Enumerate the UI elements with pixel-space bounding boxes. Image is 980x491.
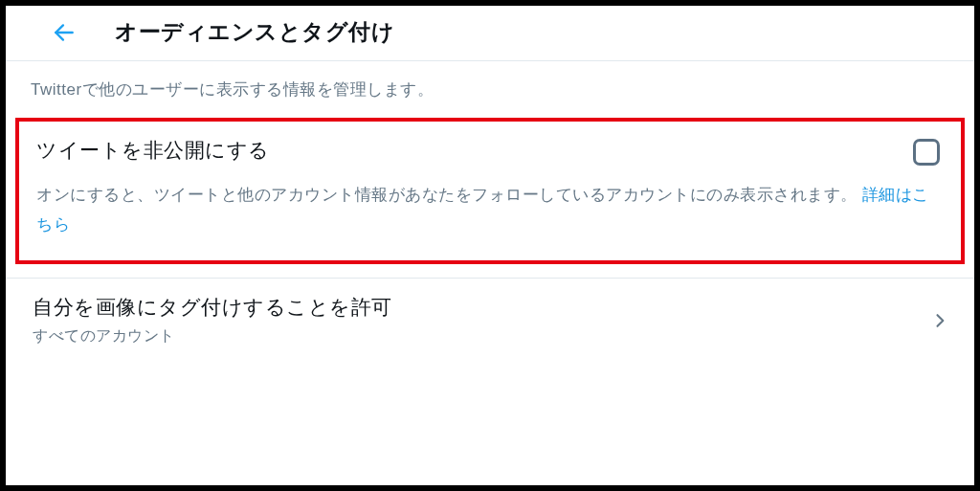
protect-tweets-title: ツイートを非公開にする: [36, 137, 270, 164]
back-arrow-icon[interactable]: [52, 20, 77, 45]
protect-tweets-checkbox[interactable]: [913, 139, 940, 166]
page-description: Twitterで他のユーザーに表示する情報を管理します。: [6, 61, 974, 118]
protect-tweets-desc-text: オンにすると、ツイートと他のアカウント情報があなたをフォローしているアカウントに…: [36, 186, 862, 204]
protect-tweets-section: ツイートを非公開にする オンにすると、ツイートと他のアカウント情報があなたをフォ…: [15, 118, 965, 264]
photo-tagging-subtitle: すべてのアカウント: [33, 326, 392, 346]
protect-tweets-row: ツイートを非公開にする: [36, 137, 944, 181]
photo-tagging-row[interactable]: 自分を画像にタグ付けすることを許可 すべてのアカウント: [6, 279, 974, 362]
photo-tagging-content: 自分を画像にタグ付けすることを許可 すべてのアカウント: [33, 294, 392, 346]
chevron-right-icon: [930, 311, 949, 330]
header: オーディエンスとタグ付け: [6, 6, 974, 61]
protect-tweets-description: オンにすると、ツイートと他のアカウント情報があなたをフォローしているアカウントに…: [36, 181, 944, 239]
photo-tagging-title: 自分を画像にタグ付けすることを許可: [33, 294, 392, 321]
page-title: オーディエンスとタグ付け: [115, 17, 394, 47]
